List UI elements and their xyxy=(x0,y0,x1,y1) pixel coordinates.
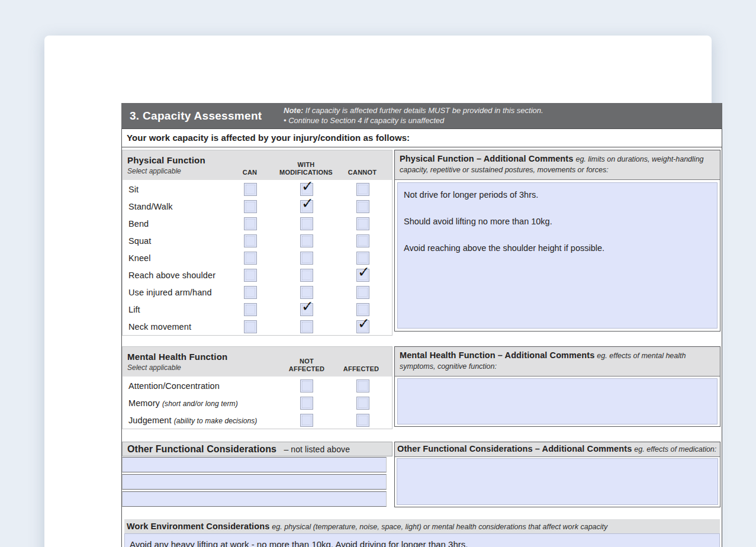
sit-with-modifications-checkbox[interactable]: ✓ xyxy=(300,183,313,196)
other-consideration-input-3[interactable] xyxy=(122,491,387,507)
table-row: Use injured arm/hand xyxy=(123,284,392,301)
memory-not-affected-checkbox[interactable] xyxy=(300,397,313,410)
row-label: Memory(short and/or long term) xyxy=(128,395,238,413)
neck-movement-can-checkbox[interactable] xyxy=(244,320,257,333)
bend-with-modifications-checkbox[interactable] xyxy=(300,217,313,230)
attention-concentration-not-affected-checkbox[interactable] xyxy=(300,379,313,392)
other-considerations-title: Other Functional Considerations xyxy=(127,444,276,454)
note-text: If capacity is affected further details … xyxy=(305,106,543,115)
mental-health-title: Mental Health Function xyxy=(127,352,227,362)
row-label-text: Use injured arm/hand xyxy=(128,288,212,297)
use-injured-arm-hand-with-modifications-checkbox[interactable] xyxy=(300,286,313,299)
document-page: 3. Capacity Assessment Note: If capacity… xyxy=(44,36,712,547)
other-considerations-suffix: – not listed above xyxy=(284,445,350,454)
physical-function-title: Physical Function xyxy=(127,155,205,165)
sit-can-checkbox[interactable] xyxy=(244,183,257,196)
kneel-with-modifications-checkbox[interactable] xyxy=(300,252,313,265)
table-row: Reach above shoulder✓ xyxy=(123,267,392,284)
physical-comments-box[interactable]: Not drive for longer periods of 3hrs.Sho… xyxy=(397,182,718,329)
physical-comments-header: Physical Function – Additional Comments … xyxy=(395,150,720,180)
lift-cannot-checkbox[interactable] xyxy=(356,303,369,316)
mental-comments-panel: Mental Health Function – Additional Comm… xyxy=(394,346,720,427)
other-comments-box[interactable] xyxy=(397,458,718,505)
squat-with-modifications-checkbox[interactable] xyxy=(300,234,313,247)
physical-comments-title: Physical Function – Additional Comments xyxy=(400,154,573,163)
mental-health-rows: Attention/ConcentrationMemory(short and/… xyxy=(123,378,392,429)
attention-concentration-affected-checkbox[interactable] xyxy=(356,379,369,392)
table-row: Stand/Walk✓ xyxy=(123,198,392,215)
mental-comments-header: Mental Health Function – Additional Comm… xyxy=(395,347,720,377)
row-sublabel: (ability to make decisions) xyxy=(174,417,258,425)
lift-can-checkbox[interactable] xyxy=(244,303,257,316)
lift-with-modifications-checkbox[interactable]: ✓ xyxy=(300,303,313,316)
reach-above-shoulder-can-checkbox[interactable] xyxy=(244,269,257,282)
other-comments-header: Other Functional Considerations – Additi… xyxy=(395,442,720,457)
note-line-1: Note: If capacity is affected further de… xyxy=(284,106,716,116)
physical-function-table: Physical Function Select applicable CAN … xyxy=(122,150,393,336)
row-label-text: Neck movement xyxy=(128,322,191,332)
neck-movement-with-modifications-checkbox[interactable] xyxy=(300,320,313,333)
row-label: Sit xyxy=(128,181,139,198)
reach-above-shoulder-with-modifications-checkbox[interactable] xyxy=(300,269,313,282)
other-comments-hint: eg. effects of medication: xyxy=(634,445,716,453)
comment-line: Should avoid lifting no more than 10kg. xyxy=(404,217,711,226)
use-injured-arm-hand-can-checkbox[interactable] xyxy=(244,286,257,299)
table-row: Neck movement✓ xyxy=(123,318,392,336)
stand-walk-can-checkbox[interactable] xyxy=(244,200,257,213)
kneel-can-checkbox[interactable] xyxy=(244,252,257,265)
stand-walk-cannot-checkbox[interactable] xyxy=(356,200,369,213)
neck-movement-cannot-checkbox[interactable]: ✓ xyxy=(356,320,369,333)
column-header-can: CAN xyxy=(232,169,268,176)
bend-can-checkbox[interactable] xyxy=(244,217,257,230)
use-injured-arm-hand-cannot-checkbox[interactable] xyxy=(356,286,369,299)
judgement-not-affected-checkbox[interactable] xyxy=(300,414,313,427)
section-title: 3. Capacity Assessment xyxy=(130,103,262,128)
row-sublabel: (short and/or long term) xyxy=(162,400,238,408)
row-label: Judgement(ability to make decisions) xyxy=(128,412,257,430)
row-label-text: Lift xyxy=(128,305,140,314)
sit-cannot-checkbox[interactable] xyxy=(356,183,369,196)
capacity-assessment-section: Your work capacity is affected by your i… xyxy=(121,128,722,547)
section-header-bar: 3. Capacity Assessment Note: If capacity… xyxy=(121,103,722,128)
table-row: Sit✓ xyxy=(123,181,392,198)
row-label-text: Squat xyxy=(128,236,151,246)
row-label-text: Sit xyxy=(128,185,139,194)
memory-affected-checkbox[interactable] xyxy=(356,397,369,410)
judgement-affected-checkbox[interactable] xyxy=(356,414,369,427)
stand-walk-with-modifications-checkbox[interactable]: ✓ xyxy=(300,200,313,213)
checkmark-icon: ✓ xyxy=(301,196,314,211)
other-considerations-header: Other Functional Considerations – not li… xyxy=(122,442,393,456)
note-label: Note: xyxy=(284,106,303,115)
row-label: Lift xyxy=(128,301,140,318)
row-label: Stand/Walk xyxy=(128,198,173,215)
squat-can-checkbox[interactable] xyxy=(244,234,257,247)
row-label-text: Memory xyxy=(128,398,160,408)
work-environment-box[interactable]: Avoid any heavy lifting at work - no mor… xyxy=(124,533,720,547)
note-line-2: • Continue to Section 4 if capacity is u… xyxy=(284,116,716,126)
table-row: Lift✓ xyxy=(123,301,392,318)
column-header-affected: AFFECTED xyxy=(334,365,388,373)
mental-comments-box[interactable] xyxy=(397,378,718,424)
squat-cannot-checkbox[interactable] xyxy=(356,234,369,247)
bend-cannot-checkbox[interactable] xyxy=(356,217,369,230)
kneel-cannot-checkbox[interactable] xyxy=(356,252,369,265)
work-capacity-statement: Your work capacity is affected by your i… xyxy=(127,129,410,147)
work-capacity-statement-row: Your work capacity is affected by your i… xyxy=(122,129,722,147)
mental-health-subtitle: Select applicable xyxy=(127,363,181,372)
column-header-not-affected: NOT AFFECTED xyxy=(282,358,331,372)
other-consideration-input-1[interactable] xyxy=(122,457,387,472)
other-consideration-input-2[interactable] xyxy=(122,474,387,490)
table-row: Kneel xyxy=(123,250,392,267)
other-comments-panel: Other Functional Considerations – Additi… xyxy=(394,442,720,507)
reach-above-shoulder-cannot-checkbox[interactable]: ✓ xyxy=(356,269,369,282)
work-environment-header: Work Environment Considerations eg. phys… xyxy=(124,519,720,533)
checkmark-icon: ✓ xyxy=(301,299,314,314)
row-label: Attention/Concentration xyxy=(128,378,220,395)
table-row: Bend xyxy=(123,215,392,233)
table-row: Attention/Concentration xyxy=(123,378,392,395)
section-note: Note: If capacity is affected further de… xyxy=(284,106,716,126)
work-environment-title: Work Environment Considerations xyxy=(127,522,269,531)
row-label: Reach above shoulder xyxy=(128,267,215,284)
physical-comments-panel: Physical Function – Additional Comments … xyxy=(394,150,720,332)
row-label-text: Reach above shoulder xyxy=(128,271,215,280)
